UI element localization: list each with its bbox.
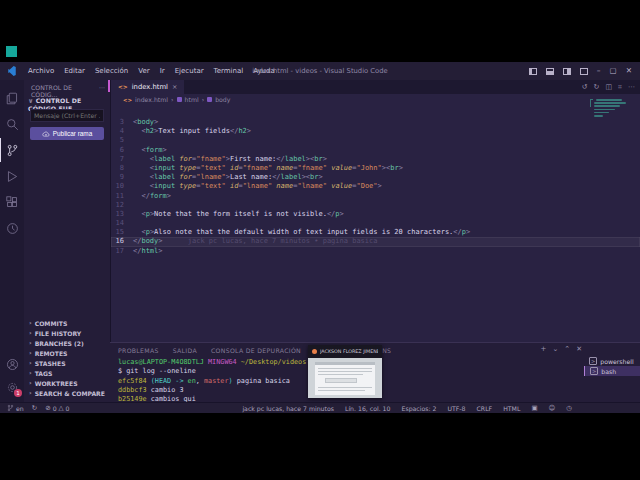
branch-status[interactable]: en [7,404,24,412]
notebook-icon[interactable]: ▣ [531,404,537,412]
source-control-sidebar: CONTROL DE CÓDIG... ··· ∨ CONTROL DE CÓD… [24,80,110,402]
line-number: 14 [111,219,133,228]
line-number: 11 [111,192,133,201]
editor-actions: ↺↻◫⌗⋯ [582,80,635,94]
gitlens-section[interactable]: ›STASHES [24,358,110,368]
symbol-icon [177,97,182,102]
html-file-icon: <> [118,84,128,90]
code-line: 3<body> [111,118,640,127]
gitlens-section[interactable]: ›FILE HISTORY [24,328,110,338]
account-icon[interactable] [0,352,24,376]
status-item[interactable]: CRLF [477,405,493,412]
status-bar: en ↻ ⊘ 0 △ 0 jack pc lucas, hace 7 minut… [0,402,640,413]
line-number: 17 [111,247,133,256]
customize-layout-icon[interactable] [580,68,588,75]
explorer-icon[interactable] [0,86,24,110]
line-number: 7 [111,155,133,164]
status-item[interactable]: Lín. 16, col. 10 [345,405,391,412]
gitlens-section[interactable]: ›WORKTREES [24,378,110,388]
menu-item[interactable]: Editar [59,67,90,75]
window-controls: – ▢ ✕ [529,62,640,80]
menu-bar: ArchivoEditarSelecciónVerIrEjecutarTermi… [23,67,280,75]
tab-label: index.html [132,83,168,91]
panel-action-icon[interactable]: ⌃ [564,345,570,353]
search-icon[interactable] [0,112,24,136]
status-item[interactable]: jack pc lucas, hace 7 minutos [242,405,334,412]
menu-item[interactable]: Terminal [209,67,249,75]
editor-action-icon[interactable]: ↺ [582,83,588,91]
code-line: 16</body> jack pc lucas, hace 7 minutos … [111,237,640,246]
line-number: 16 [111,237,133,246]
panel-tab-salida[interactable]: SALIDA [173,345,197,356]
tab-index-html[interactable]: <> index.html × [111,80,184,94]
line-number: 10 [111,182,133,191]
minimize-button[interactable]: – [597,67,601,75]
panel-action-icon[interactable]: ✕ [576,345,582,353]
section-label: SEARCH & COMPARE [35,390,105,397]
status-item[interactable]: Espacios: 2 [402,405,437,412]
chevron-right-icon: › [29,339,32,347]
line-number: 9 [111,173,133,182]
code-text: </form> [133,192,171,201]
status-item[interactable]: HTML [503,405,520,412]
menu-item[interactable]: Ayuda [248,67,280,75]
line-number: 12 [111,201,133,210]
toggle-secondary-sidebar-icon[interactable] [563,68,571,75]
gitlens-section[interactable]: ›REMOTES [24,348,110,358]
history-clock-icon[interactable] [0,216,24,240]
screen: ArchivoEditarSelecciónVerIrEjecutarTermi… [0,0,640,480]
chevron-right-icon: › [29,369,32,377]
sync-icon[interactable]: ↻ [32,404,37,412]
run-debug-icon[interactable] [0,164,24,188]
panel-action-icon[interactable]: + [541,345,547,353]
problems-status[interactable]: ⊘ 0 △ 0 [45,404,69,412]
editor-action-icon[interactable]: ◫ [605,83,612,91]
editor-action-icon[interactable]: ↻ [594,83,600,91]
maximize-button[interactable]: ▢ [610,67,617,75]
feedback-icon[interactable]: ☺ [549,404,556,412]
gitlens-section[interactable]: ›TAGS [24,368,110,378]
menu-item[interactable]: Ver [133,67,154,75]
menu-item[interactable]: Ir [155,67,170,75]
panel-tab-consola-de-depuraci-n[interactable]: CONSOLA DE DEPURACIÓN [211,345,301,356]
close-button[interactable]: ✕ [626,67,632,75]
bell-icon[interactable]: ◷ [566,404,572,412]
menu-item[interactable]: Archivo [23,67,59,75]
panel-tab-problemas[interactable]: PROBLEMAS [118,345,159,356]
panel-action-icon[interactable]: ⌄ [552,345,558,353]
editor-action-icon[interactable]: ⋯ [628,83,635,91]
terminal-instance-label: powershell [600,358,634,365]
commit-message-input[interactable] [30,109,104,122]
extensions-icon[interactable] [0,190,24,214]
tab-close-icon[interactable]: × [172,83,177,91]
code-text: <input type="text" id="lname" name="lnam… [133,182,382,191]
git-branch-icon [7,404,14,412]
code-editor[interactable]: 3<body>4 <h2>Text input fields</h2>56 <f… [111,105,640,342]
code-text: <p>Also note that the default width of t… [133,228,470,237]
gitlens-section[interactable]: ›SEARCH & COMPARE [24,388,110,398]
chevron-right-icon: › [29,329,32,337]
status-item[interactable]: UTF-8 [447,405,465,412]
editor-action-icon[interactable]: ⌗ [618,83,622,91]
cloud-upload-icon [42,130,50,138]
toggle-sidebar-icon[interactable] [529,68,537,75]
section-label: FILE HISTORY [35,330,81,337]
breadcrumb[interactable]: <> index.html › html › body [111,94,640,105]
gitlens-section[interactable]: ›BRANCHES (2) [24,338,110,348]
more-actions-icon[interactable]: ··· [99,84,105,98]
activity-bar: 1 [0,80,24,402]
source-control-icon[interactable] [0,138,24,162]
toggle-panel-icon[interactable] [546,68,554,75]
publish-branch-button[interactable]: Publicar rama [30,127,104,140]
menu-item[interactable]: Ejecutar [170,67,209,75]
error-icon: ⊘ [45,404,50,412]
pip-overlay-window[interactable]: JACKSON FLOREZ JIMENEZ ... [308,345,382,398]
settings-gear-icon[interactable]: 1 [0,375,24,399]
panel-actions: +⌄⌃✕ [541,345,583,353]
title-bar: ArchivoEditarSelecciónVerIrEjecutarTermi… [0,62,640,80]
gitlens-section[interactable]: ›COMMITS [24,318,110,328]
terminal-instance-bash[interactable]: >bash [584,366,640,376]
section-label: STASHES [35,360,66,367]
menu-item[interactable]: Selección [90,67,133,75]
terminal-instance-powershell[interactable]: >powershell [584,356,640,366]
